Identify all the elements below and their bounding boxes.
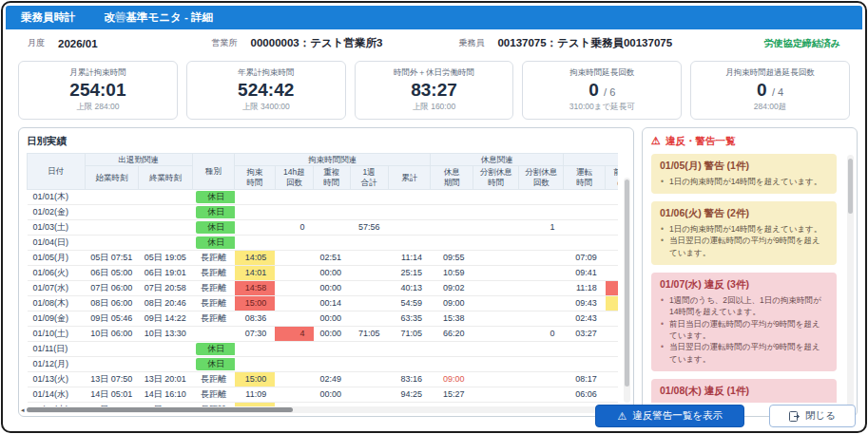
table-cell: 15:00 — [235, 371, 275, 387]
table-cell — [519, 204, 563, 219]
stat-sub: 284:00超 — [693, 102, 847, 113]
table-vertical-scrollbar[interactable] — [624, 178, 630, 403]
table-cell: 08:25 — [606, 265, 618, 280]
table-horizontal-scrollbar-thumb[interactable] — [27, 407, 293, 412]
table-cell: 25:15 — [388, 265, 431, 280]
table-cell — [473, 371, 519, 387]
app-window: 乗務員時計 改善基準モニタ - 詳細 月度 2026/01 営業所 000000… — [1, 1, 867, 433]
stat-title: 拘束時間延長回数 — [525, 67, 679, 79]
table-cell — [275, 235, 313, 250]
table-cell: 09:43 — [563, 295, 605, 311]
violations-vertical-scrollbar-thumb[interactable] — [848, 159, 853, 214]
table-cell — [606, 341, 618, 356]
alert-item: 前日当日の運転時間の平均が9時間を超えています。 — [660, 318, 828, 342]
table-cell: 15:27 — [431, 387, 473, 402]
table-cell: 長距離 — [192, 250, 234, 265]
table-cell — [235, 189, 275, 204]
table-cell — [431, 235, 473, 250]
table-row: 01/14(水)14日 05:0114日 16:10長距離11:0900:009… — [28, 387, 619, 402]
stat-card-monthly-binding-hours: 月累計拘束時間 254:01 上限 284:00 — [18, 61, 178, 120]
table-cell: 10:30 — [606, 295, 618, 311]
table-cell: 長距離 — [192, 295, 234, 311]
violations-panel-title: 違反・警告一覧 — [665, 135, 736, 148]
alert-card-title: 01/06(火) 警告 (2件) — [660, 207, 828, 220]
month-value: 2026/01 — [58, 38, 98, 49]
table-cell — [473, 219, 519, 235]
table-cell: 休日 — [192, 235, 234, 250]
holiday-badge: 休日 — [196, 221, 234, 234]
alert-item-list: 1日の拘束時間が14時間を超えています。 — [660, 176, 828, 187]
warning-card: 01/05(月) 警告 (1件)1日の拘束時間が14時間を超えています。 — [651, 154, 837, 194]
table-cell — [275, 189, 313, 204]
table-cell: 04:08 — [606, 371, 618, 387]
alert-item: 1週間のうち、2回以上、1日の拘束時間が14時間を超えています。 — [660, 401, 828, 403]
table-cell — [85, 219, 139, 235]
stat-card-monthly-over-extension-count: 月拘束時間超過延長回数 0 / 4 284:00超 — [690, 61, 850, 120]
table-cell — [314, 204, 350, 219]
column-group-header: 休息関連 — [431, 153, 563, 166]
office-label: 営業所 — [212, 37, 238, 49]
table-cell: 長距離 — [192, 311, 234, 326]
app-title: 乗務員時計 — [21, 10, 76, 25]
stat-title: 月拘束時間超過延長回数 — [693, 67, 847, 79]
violations-vertical-scrollbar[interactable] — [847, 155, 854, 410]
table-vertical-scrollbar-thumb[interactable] — [625, 179, 629, 387]
labor-agreement-status: 労使協定締結済み — [764, 37, 840, 50]
table-cell — [473, 356, 519, 371]
table-cell: 休日 — [192, 341, 234, 356]
table-cell: 休日 — [192, 189, 234, 204]
table-cell: 01/10(土) — [28, 326, 86, 341]
holiday-badge: 休日 — [196, 343, 234, 355]
table-cell — [519, 265, 563, 280]
table-cell — [235, 356, 275, 371]
table-cell: 07:09 — [563, 250, 605, 265]
office-value: 00000003：テスト営業所3 — [251, 36, 383, 50]
table-horizontal-scrollbar[interactable]: ◂ — [27, 406, 618, 413]
table-cell: 09日 14:22 — [139, 311, 193, 326]
table-cell — [563, 341, 605, 356]
table-cell: 00:00 — [314, 280, 350, 295]
table-cell: 01/09(金) — [28, 311, 86, 326]
scroll-left-arrow-icon[interactable]: ◂ — [21, 406, 25, 413]
stat-value: 0 — [757, 80, 767, 100]
table-cell: 00:00 — [314, 326, 350, 341]
table-cell — [473, 295, 519, 311]
table-cell — [606, 189, 618, 204]
table-cell: 03:34 — [606, 250, 618, 265]
column-header: 1週合計 — [350, 166, 388, 189]
table-cell: 03:05 — [606, 326, 618, 341]
table-cell: 07日 20:58 — [139, 280, 193, 295]
table-cell — [473, 341, 519, 356]
table-cell: 11:09 — [235, 387, 275, 402]
show-violation-list-button[interactable]: ⚠ 違反警告一覧を表示 — [595, 405, 744, 427]
table-row: 01/05(月)05日 07:5105日 19:05長距離14:0502:511… — [28, 250, 619, 265]
column-header: 重複時間 — [314, 166, 350, 189]
table-row: 01/01(木)休日 — [28, 189, 619, 204]
table-cell: 長距離 — [192, 280, 234, 295]
holiday-badge: 休日 — [196, 236, 234, 249]
stat-sub: 上限 3400:00 — [189, 102, 343, 113]
alert-card-title: 01/08(木) 違反 (1件) — [660, 385, 828, 398]
table-cell — [235, 204, 275, 219]
table-cell — [235, 235, 275, 250]
show-violation-list-label: 違反警告一覧を表示 — [632, 409, 723, 423]
table-cell: 71:05 — [350, 326, 388, 341]
table-cell — [473, 204, 519, 219]
table-cell: 15:00 — [235, 295, 275, 311]
table-cell: 06:06 — [563, 387, 605, 402]
stat-value: 83:27 — [411, 80, 457, 100]
table-cell — [519, 387, 563, 402]
table-cell — [606, 235, 618, 250]
table-cell: 94:25 — [388, 387, 431, 402]
close-button[interactable]: 閉じる — [769, 405, 856, 427]
table-cell — [139, 235, 193, 250]
table-cell — [350, 371, 388, 387]
table-cell — [473, 280, 519, 295]
table-cell — [388, 204, 431, 219]
page-title: 改善基準モニタ - 詳細 — [105, 10, 214, 25]
summary-cards: 月累計拘束時間 254:01 上限 284:00 年累計拘束時間 524:42 … — [18, 61, 850, 120]
holiday-badge: 休日 — [196, 358, 234, 370]
daily-table-viewport: 日付出退勤関連種別拘束時間関連休息関連始業時刻終業時刻拘束時間14h超回数重複時… — [27, 153, 618, 411]
table-cell: 01/03(土) — [28, 219, 86, 235]
table-cell — [350, 280, 388, 295]
